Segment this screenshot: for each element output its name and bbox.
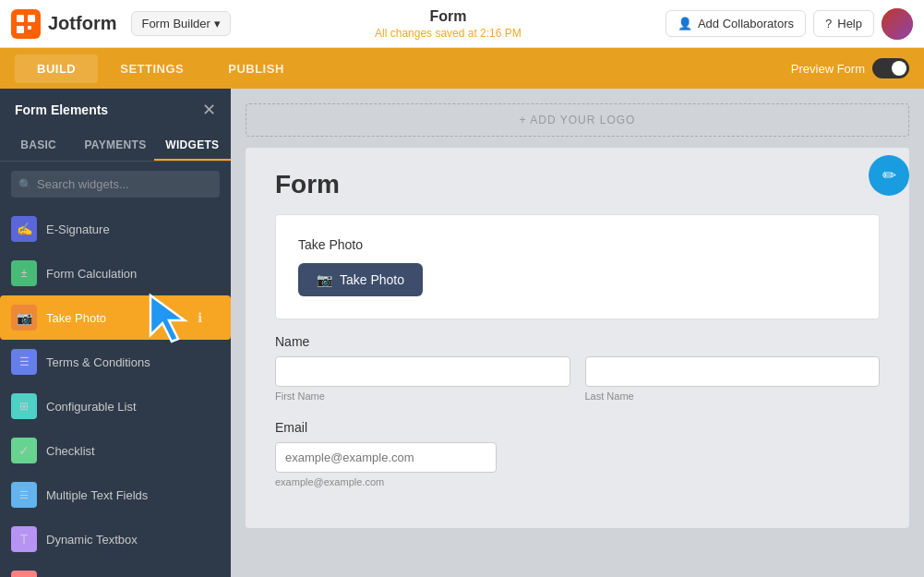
svg-rect-1 — [17, 15, 24, 22]
last-name-input[interactable] — [585, 356, 881, 387]
widget-label-dynamic-textbox: Dynamic Textbox — [46, 533, 138, 547]
form-canvas-title: Form — [275, 170, 880, 199]
widget-item-image-slider[interactable]: ▶ Image Slider — [0, 561, 231, 577]
widget-label-take-photo: Take Photo — [46, 311, 106, 325]
email-input[interactable] — [275, 442, 497, 473]
widget-label-configurable-list: Configurable List — [46, 400, 137, 414]
take-photo-widget: Take Photo 📷 Take Photo — [275, 214, 880, 319]
question-icon: ? — [825, 17, 832, 30]
help-button[interactable]: ? Help — [813, 10, 874, 37]
form-title: Form — [231, 8, 666, 25]
search-wrap: 🔍 — [11, 171, 220, 198]
last-name-label: Last Name — [585, 391, 881, 402]
multiple-text-fields-icon: ☰ — [11, 482, 37, 508]
dynamic-textbox-icon: T — [11, 526, 37, 552]
tab-settings[interactable]: SETTINGS — [98, 54, 206, 83]
avatar-image — [882, 8, 913, 40]
canvas-area: + ADD YOUR LOGO ✏ Form Take Photo 📷 Take… — [231, 89, 924, 577]
form-builder-btn[interactable]: Form Builder ▾ — [131, 11, 230, 36]
preview-toggle[interactable] — [872, 58, 909, 78]
esignature-icon: ✍ — [11, 216, 37, 242]
widget-actions: ℹ ★ — [198, 310, 220, 325]
name-section: Name First Name Last Name — [275, 334, 880, 402]
tab-payments[interactable]: PAYMENTS — [77, 131, 153, 161]
take-photo-widget-label: Take Photo — [298, 237, 857, 252]
svg-rect-3 — [17, 26, 24, 33]
camera-icon: 📷 — [317, 272, 332, 287]
checklist-icon: ✓ — [11, 438, 37, 463]
jotform-logo-icon — [11, 9, 41, 39]
sidebar-header: Form Elements ✕ — [0, 89, 231, 131]
user-plus-icon: 👤 — [678, 17, 692, 30]
first-name-input[interactable] — [275, 356, 570, 387]
widget-item-configurable-list[interactable]: ⊞ Configurable List — [0, 384, 231, 428]
email-section: Email example@example.com — [275, 420, 880, 487]
info-icon[interactable]: ℹ — [198, 310, 202, 325]
tab-widgets[interactable]: WIDGETS — [154, 131, 231, 161]
terms-icon: ☰ — [11, 349, 37, 375]
chevron-down-icon: ▾ — [214, 17, 221, 30]
svg-rect-4 — [28, 26, 31, 30]
widget-item-take-photo[interactable]: 📷 Take Photo ℹ ★ — [0, 295, 231, 340]
saved-status: All changes saved at 2:16 PM — [231, 27, 666, 40]
last-name-col: Last Name — [585, 356, 881, 402]
form-canvas: Form Take Photo 📷 Take Photo Name First … — [246, 148, 909, 528]
take-photo-widget-button[interactable]: 📷 Take Photo — [298, 263, 423, 296]
fab-pencil-button[interactable]: ✏ — [869, 155, 909, 196]
widget-label-multiple-text-fields: Multiple Text Fields — [46, 488, 148, 502]
search-box: 🔍 — [0, 162, 231, 207]
first-name-label: First Name — [275, 391, 570, 402]
email-example-label: example@example.com — [275, 476, 880, 487]
sidebar: Form Elements ✕ BASIC PAYMENTS WIDGETS 🔍… — [0, 89, 231, 577]
sidebar-close-button[interactable]: ✕ — [202, 100, 216, 120]
tab-basic[interactable]: BASIC — [0, 131, 77, 161]
name-label: Name — [275, 334, 880, 349]
widget-item-checklist[interactable]: ✓ Checklist — [0, 428, 231, 473]
header-actions: 👤 Add Collaborators ? Help — [666, 8, 913, 40]
header-center: Form All changes saved at 2:16 PM — [231, 8, 666, 40]
take-photo-icon: 📷 — [11, 305, 37, 331]
pencil-icon: ✏ — [882, 165, 896, 186]
sidebar-title: Form Elements — [15, 102, 108, 117]
add-collaborators-button[interactable]: 👤 Add Collaborators — [666, 10, 806, 37]
search-input[interactable] — [11, 171, 220, 198]
preview-form-label: Preview Form — [791, 62, 865, 76]
widget-label-terms-conditions: Terms & Conditions — [46, 355, 150, 369]
logo-area: Jotform — [11, 9, 116, 39]
preview-form-area: Preview Form — [791, 58, 909, 78]
widget-list: ✍ E-Signature ± Form Calculation 📷 Take … — [0, 207, 231, 577]
form-builder-label: Form Builder — [141, 17, 210, 30]
svg-rect-0 — [11, 9, 41, 39]
star-icon[interactable]: ★ — [208, 310, 220, 325]
widget-item-dynamic-textbox[interactable]: T Dynamic Textbox — [0, 517, 231, 561]
logo-text: Jotform — [48, 13, 116, 34]
name-row: First Name Last Name — [275, 356, 880, 402]
nav-tabs: BUILD SETTINGS PUBLISH Preview Form — [0, 48, 924, 89]
email-label: Email — [275, 420, 880, 435]
top-header: Jotform Form Builder ▾ Form All changes … — [0, 0, 924, 48]
widget-label-checklist: Checklist — [46, 444, 95, 458]
image-slider-icon: ▶ — [11, 571, 37, 577]
main-layout: Form Elements ✕ BASIC PAYMENTS WIDGETS 🔍… — [0, 89, 924, 577]
widget-item-multiple-text-fields[interactable]: ☰ Multiple Text Fields — [0, 473, 231, 517]
widget-item-form-calculation[interactable]: ± Form Calculation — [0, 251, 231, 295]
first-name-col: First Name — [275, 356, 570, 402]
search-icon: 🔍 — [18, 178, 32, 191]
svg-rect-2 — [28, 15, 35, 22]
widget-label-form-calculation: Form Calculation — [46, 267, 137, 281]
add-logo-bar[interactable]: + ADD YOUR LOGO — [246, 103, 909, 137]
widget-item-esignature[interactable]: ✍ E-Signature — [0, 207, 231, 251]
widget-item-terms-conditions[interactable]: ☰ Terms & Conditions — [0, 340, 231, 384]
tab-publish[interactable]: PUBLISH — [206, 54, 306, 83]
tab-build[interactable]: BUILD — [15, 54, 98, 83]
sidebar-tabs: BASIC PAYMENTS WIDGETS — [0, 131, 231, 162]
form-calculation-icon: ± — [11, 260, 37, 286]
widget-label-esignature: E-Signature — [46, 222, 110, 236]
configurable-list-icon: ⊞ — [11, 393, 37, 419]
avatar[interactable] — [882, 8, 913, 40]
